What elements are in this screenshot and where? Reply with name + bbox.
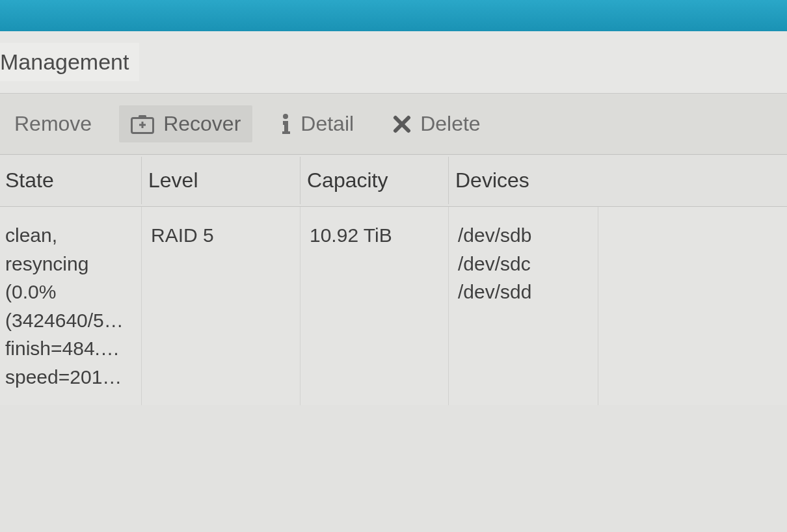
column-header-tail — [598, 169, 787, 193]
device-entry: /dev/sdc — [458, 250, 590, 278]
cell-capacity: 10.92 TiB — [300, 207, 449, 405]
cell-tail — [598, 207, 787, 405]
tab-management[interactable]: Management — [0, 43, 139, 81]
state-line: speed=201… — [5, 363, 133, 392]
detail-label: Detail — [300, 112, 354, 136]
device-entry: /dev/sdd — [458, 278, 590, 306]
cell-state: clean, resyncing (0.0% (3424640/5… finis… — [0, 207, 142, 405]
column-header-devices[interactable]: Devices — [449, 157, 598, 204]
window-title-bar — [0, 0, 787, 31]
table-header-row: State Level Capacity Devices — [0, 155, 787, 207]
raid-table: State Level Capacity Devices clean, resy… — [0, 155, 787, 405]
cell-level: RAID 5 — [142, 207, 300, 405]
recover-button[interactable]: Recover — [119, 105, 252, 142]
recover-icon — [131, 114, 154, 134]
column-header-level[interactable]: Level — [142, 157, 300, 204]
recover-label: Recover — [163, 112, 241, 136]
section-tabs: Management — [0, 31, 787, 94]
svg-rect-6 — [284, 121, 288, 133]
table-row[interactable]: clean, resyncing (0.0% (3424640/5… finis… — [0, 207, 787, 405]
state-line: (0.0% — [5, 278, 133, 306]
device-entry: /dev/sdb — [458, 221, 590, 250]
delete-button[interactable]: Delete — [381, 105, 492, 142]
state-line: resyncing — [5, 250, 133, 278]
cell-level-value: RAID 5 — [151, 224, 214, 246]
detail-button[interactable]: Detail — [268, 105, 366, 142]
empty-area — [0, 405, 787, 532]
tab-management-label: Management — [0, 49, 129, 74]
svg-point-4 — [283, 114, 288, 119]
delete-icon — [393, 115, 411, 133]
state-line: finish=484.… — [5, 334, 133, 363]
state-line: (3424640/5… — [5, 306, 133, 335]
info-icon — [280, 113, 291, 135]
delete-label: Delete — [420, 112, 481, 136]
svg-rect-1 — [139, 115, 146, 119]
cell-devices: /dev/sdb /dev/sdc /dev/sdd — [449, 207, 598, 405]
remove-button[interactable]: Remove — [3, 105, 103, 142]
state-line: clean, — [5, 221, 133, 250]
toolbar: Remove Recover Detail — [0, 94, 787, 155]
cell-capacity-value: 10.92 TiB — [310, 224, 392, 246]
column-header-state[interactable]: State — [0, 157, 142, 204]
remove-label: Remove — [14, 112, 92, 136]
svg-rect-7 — [282, 131, 290, 134]
column-header-capacity[interactable]: Capacity — [300, 157, 449, 204]
